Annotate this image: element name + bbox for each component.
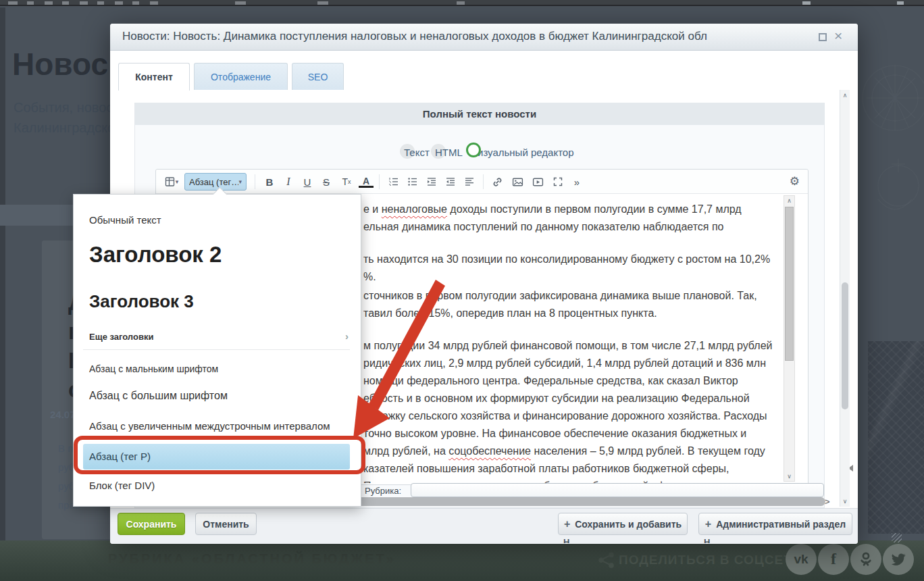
more-tools-button[interactable]: » [569, 174, 584, 190]
editor-text-line: ддержку сельского хозяйства и финансиров… [363, 407, 784, 425]
tab-display[interactable]: Отображение [194, 63, 288, 90]
cancel-button[interactable]: Отменить [195, 513, 257, 535]
scroll-up-icon[interactable]: ∧ [840, 92, 850, 99]
scroll-down-icon[interactable]: ∨ [840, 498, 850, 505]
annotation-highlight-box [74, 436, 365, 474]
dropdown-item[interactable]: Абзац с увеличенным междустрочным интерв… [89, 420, 349, 432]
image-icon [512, 176, 523, 188]
editor-text-line: Практически по всем категориям работнико… [363, 478, 784, 483]
align-button[interactable] [461, 174, 478, 190]
ordered-list-button[interactable] [386, 174, 402, 190]
outdent-button[interactable] [442, 174, 459, 190]
bold-button[interactable]: B [261, 174, 278, 190]
page-left-edge [0, 7, 5, 540]
paragraph-format-dropdown[interactable]: Абзац (тег… ▾ [184, 173, 247, 191]
gear-icon[interactable]: ⚙ [790, 175, 800, 188]
editor-content[interactable]: е и неналоговые доходы поступили в перво… [363, 194, 784, 483]
editor-text-line: сточников в первом полугодии зафиксирова… [363, 287, 784, 305]
maximize-icon[interactable] [819, 33, 827, 41]
page-intro-line: События, новост [14, 100, 120, 116]
fullscreen-button[interactable] [549, 174, 567, 190]
mode-visual-label[interactable]: Визуальный редактор [471, 147, 574, 158]
dropdown-item[interactable]: Абзац с мальньким шрифтом [89, 363, 349, 374]
social-twitter-button[interactable] [883, 544, 914, 575]
indent-icon [426, 176, 437, 187]
chevron-down-icon: ▾ [238, 178, 242, 185]
dropdown-item[interactable]: Еще заголовки› [89, 332, 349, 342]
bullet-list-button[interactable] [405, 174, 421, 190]
page-footer: РУБРИКА «ОБЛАСТНОЙ БЮДЖЕТ» ПОДЕЛИТЬСЯ В … [0, 540, 924, 581]
dropdown-divider [83, 349, 350, 350]
editor-text-line: %. [363, 268, 784, 286]
video-button[interactable] [529, 174, 546, 190]
editor-text-line: тавил более 15%, опередив план на 8 проц… [363, 305, 784, 322]
plus-icon: + [564, 518, 570, 530]
editor-text-line: млрд рублей, на соцобеспечение населения… [363, 443, 784, 460]
article-date: 24.07 [50, 409, 76, 420]
twitter-icon [890, 551, 906, 567]
resize-handle[interactable] [892, 533, 902, 542]
scroll-right-icon[interactable]: > [825, 497, 830, 507]
screen: Новос События, новост Калининградско Ди … [0, 0, 924, 581]
editor-text-line: точно высоком уровне. На финансовое обес… [363, 425, 784, 443]
editor-scrollbar-thumb[interactable] [785, 207, 794, 361]
dropdown-item[interactable]: Обычный текст [89, 214, 349, 226]
mode-text-label[interactable]: Текст [404, 147, 430, 158]
scroll-up-icon[interactable]: ∧ [784, 197, 794, 204]
underline-button[interactable]: U [299, 174, 315, 190]
editor-text-line: е и неналоговые доходы поступили в перво… [363, 201, 784, 218]
page-heading: Новос [12, 46, 108, 82]
section-header: Полный текст новости [135, 103, 824, 125]
share-icon [597, 551, 616, 570]
mode-radio-visual-selected[interactable] [466, 143, 481, 157]
table-icon [165, 176, 176, 187]
admin-topbar [0, 0, 924, 6]
social-facebook-button[interactable]: f [818, 544, 849, 575]
italic-button[interactable]: I [280, 174, 297, 190]
modal-scrollbar-thumb[interactable] [842, 282, 848, 409]
link-button[interactable] [488, 174, 506, 190]
clipped-button-text: Н [704, 537, 710, 543]
table-layout-button[interactable]: ▾ [161, 174, 182, 190]
video-icon [532, 176, 544, 188]
format-dropdown-label: Абзац (тег… [189, 177, 238, 187]
odnoklassniki-icon [858, 551, 874, 567]
indent-button[interactable] [424, 174, 440, 190]
save-button[interactable]: Сохранить [118, 513, 185, 535]
modal-title: Новости: Новость: Динамика поступления н… [122, 30, 818, 43]
dropdown-item[interactable]: Абзац с большим шрифтом [89, 390, 349, 402]
page-intro-line: Калининградско [14, 120, 115, 136]
save-and-add-button[interactable]: + Сохранить и добавить [558, 513, 688, 535]
social-vk-button[interactable]: vk [786, 544, 817, 575]
modal-scrollbar[interactable]: ∧ ∨ [840, 90, 850, 507]
tab-content[interactable]: Контент [118, 63, 190, 91]
dropdown-item[interactable]: Заголовок 2 [89, 242, 349, 268]
outdent-icon [445, 176, 456, 187]
editor-text-line: ельная динамика поступлений по данному п… [363, 218, 784, 236]
fullscreen-icon [553, 176, 563, 187]
modal-header: Новости: Новость: Динамика поступления н… [110, 24, 858, 51]
background-photo-texture [868, 341, 924, 534]
rubric-select[interactable] [411, 483, 824, 497]
editor-scrollbar[interactable]: ∧ ∨ [784, 195, 795, 482]
clear-format-button[interactable]: Tx [337, 174, 356, 190]
dropdown-item[interactable]: Блок (тег DIV) [89, 480, 349, 491]
dropdown-item[interactable]: Заголовок 3 [89, 291, 349, 312]
rubric-link[interactable]: РУБРИКА «ОБЛАСТНОЙ БЮДЖЕТ» [108, 551, 396, 567]
scroll-down-icon[interactable]: ∨ [784, 473, 794, 480]
mode-html-label[interactable]: HTML [435, 147, 463, 158]
admin-section-button[interactable]: + Административный раздел [698, 513, 852, 535]
close-icon[interactable]: × [834, 28, 842, 44]
align-left-icon [464, 176, 475, 187]
image-button[interactable] [509, 174, 526, 190]
social-odnoklassniki-button[interactable] [850, 544, 881, 575]
tab-seo[interactable]: SEO [292, 63, 344, 90]
ordered-list-icon [388, 176, 399, 187]
editor-text-line: ебность и в основном их формируют субсид… [363, 390, 784, 407]
editor-toolbar: ▾ Абзац (тег… ▾ B I U S Tx A [156, 170, 808, 194]
clipped-button-text: Н [563, 537, 569, 543]
link-icon [492, 176, 503, 188]
editor-text-line: номощи федерального центра. Федеральные … [363, 372, 784, 390]
text-color-button[interactable]: A [359, 176, 374, 188]
strikethrough-button[interactable]: S [318, 174, 334, 190]
